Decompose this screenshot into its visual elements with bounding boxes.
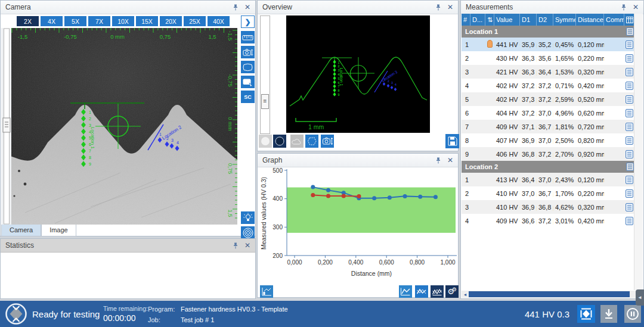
overview-zoom-slider-handle[interactable]: ≡ (261, 94, 269, 109)
close-icon[interactable]: ✕ (447, 157, 453, 164)
magnification-button-25x[interactable]: 25X (184, 16, 206, 26)
close-icon[interactable]: ✕ (244, 4, 250, 11)
cell-d2: 37,0 µm (537, 137, 553, 144)
graph-settings-gear-icon[interactable]: ⚙⚙ (445, 285, 459, 298)
overlay-chart-icon[interactable] (431, 285, 444, 298)
line-chart-icon[interactable] (399, 285, 412, 298)
measurement-row[interactable]: 3410 HV 0.336,9 µm36,8 µm4,62%0,320 mm (462, 200, 635, 214)
cell-symmetry: 1,53% (553, 68, 576, 76)
column-header-distance[interactable]: Distance (576, 14, 604, 26)
camera-zoom-slider-handle[interactable] (3, 118, 10, 132)
tab-camera[interactable]: Camera (1, 225, 41, 236)
overview-canvas[interactable]: 123456789 Location 1 1234 Location 2 1 m… (286, 15, 430, 133)
multi-series-chart-icon[interactable] (415, 285, 428, 298)
column-header-d-[interactable]: D... (470, 14, 485, 26)
measurement-row[interactable]: 2410 HV 0.337,0 µm36,7 µm1,70%0,220 mm (462, 186, 635, 200)
light-bulb-icon[interactable] (241, 211, 255, 224)
close-icon[interactable]: ✕ (447, 4, 453, 11)
overview-zoom-slider[interactable]: ≡ (260, 15, 270, 134)
measure-ruler-button[interactable] (241, 31, 255, 43)
scroll-left-arrow-icon[interactable]: ◄ (462, 292, 469, 297)
cell-d1: 36,3 µm (520, 55, 537, 62)
cell-d1: 36,8 µm (520, 151, 537, 158)
row-note-icon[interactable] (624, 109, 634, 117)
column-header-sort[interactable]: ⇅ (485, 14, 494, 26)
pin-icon[interactable] (233, 4, 239, 11)
pin-icon[interactable] (435, 4, 441, 11)
magnification-button-10x[interactable]: 10X (112, 16, 134, 26)
close-icon[interactable]: ✕ (244, 242, 250, 249)
graph-export-icon[interactable] (260, 285, 273, 298)
magnification-button-2x[interactable]: 2X (17, 16, 39, 26)
column-header-symmetry[interactable]: Symmetry (553, 14, 576, 26)
row-note-icon[interactable] (624, 150, 634, 158)
measurement-row[interactable]: 2430 HV 0.336,3 µm35,6 µm1,65%0,220 mm (462, 51, 635, 65)
pause-button[interactable] (624, 305, 641, 323)
column-header-value[interactable]: Value (494, 14, 520, 26)
cell-d2: 35,6 µm (537, 55, 553, 62)
measurement-row[interactable]: 4402 HV 0.337,2 µm37,2 µm0,71%0,420 mm (462, 79, 635, 92)
svg-text:0,000: 0,000 (287, 259, 302, 266)
column-chooser-icon[interactable] (624, 14, 634, 26)
start-measurement-button[interactable] (577, 305, 595, 323)
row-note-icon[interactable] (624, 176, 634, 184)
save-overview-button[interactable] (445, 134, 459, 148)
measurement-row[interactable]: 7409 HV 0.337,1 µm36,7 µm1,81%0,720 mm (462, 120, 635, 133)
pin-icon[interactable] (233, 242, 239, 249)
row-note-icon[interactable] (624, 217, 634, 225)
tab-image[interactable]: Image (41, 225, 76, 236)
measurement-row[interactable]: 1413 HV 0.336,4 µm37,0 µm2,43%0,120 mm (462, 173, 635, 186)
cell-d1: 37,2 µm (520, 110, 537, 117)
horizontal-scrollbar-thumb[interactable] (469, 291, 630, 297)
column-header-d1[interactable]: D1 (520, 14, 537, 26)
row-note-icon[interactable] (624, 136, 634, 145)
collapse-panel-button[interactable]: ◄ (636, 289, 644, 306)
sc-mode-button[interactable]: SC (241, 91, 255, 103)
cloud-shape-icon[interactable] (290, 135, 304, 148)
row-note-icon[interactable] (624, 95, 634, 104)
column-header--[interactable]: # (462, 14, 470, 26)
row-note-icon[interactable] (624, 203, 634, 211)
magnification-button-15x[interactable]: 15X (136, 16, 158, 26)
row-note-icon[interactable] (624, 123, 634, 131)
measurement-row[interactable]: 5402 HV 0.337,3 µm37,2 µm2,59%0,520 mm (462, 92, 635, 106)
group-header-row[interactable]: Location 2 (462, 161, 635, 173)
cell-value: 404 HV 0.3 (494, 110, 520, 117)
measurement-row[interactable]: 8407 HV 0.336,9 µm37,0 µm2,50%0,820 mm (462, 133, 635, 147)
magnification-button-7x[interactable]: 7X (88, 16, 110, 26)
polygon-region-icon[interactable] (305, 135, 318, 148)
camera-measure-icon[interactable] (321, 135, 334, 148)
vertical-scroll-gutter[interactable] (634, 14, 643, 290)
measurement-row[interactable]: 1441 HV 0.335,9 µm35,2 µm0,45%0,120 mm (462, 38, 635, 51)
cell-index: 5 (462, 96, 470, 103)
pin-icon[interactable] (621, 4, 627, 11)
lower-indenter-button[interactable] (600, 305, 617, 323)
row-note-icon[interactable] (624, 41, 634, 49)
magnification-button-40x[interactable]: 40X (208, 16, 230, 26)
measurement-row[interactable]: 9406 HV 0.336,8 µm37,2 µm2,70%0,920 mm (462, 147, 635, 161)
measurement-row[interactable]: 3421 HV 0.336,3 µm36,4 µm1,53%0,320 mm (462, 65, 635, 79)
group-header-row[interactable]: Location 1 (462, 26, 635, 38)
measurement-row[interactable]: 6404 HV 0.337,2 µm37,0 µm4,96%0,620 mm (462, 106, 635, 120)
column-header-d2[interactable]: D2 (537, 14, 553, 26)
row-note-icon[interactable] (624, 54, 634, 63)
autofocus-rings-icon[interactable] (241, 226, 255, 239)
column-header-comme-[interactable]: Comme. (604, 14, 624, 26)
magnification-button-5x[interactable]: 5X (64, 16, 86, 26)
circle-outline-icon[interactable] (273, 135, 286, 148)
expand-toolbar-button[interactable]: ❯ (241, 15, 255, 28)
camera-view[interactable]: -1,5-0,750 mm0,751,5 -1,5-0,750 mm0,751,… (1, 28, 237, 225)
camera-capture-button[interactable] (241, 46, 255, 58)
magnification-button-4x[interactable]: 4X (41, 16, 63, 26)
close-icon[interactable]: ✕ (633, 4, 639, 11)
magnification-button-20x[interactable]: 20X (160, 16, 182, 26)
indent-shape-button[interactable] (241, 61, 255, 73)
row-note-icon[interactable] (624, 189, 634, 198)
horizontal-scrollbar[interactable]: ◄ (462, 291, 643, 298)
row-note-icon[interactable] (624, 82, 634, 90)
measurement-row[interactable]: 4409 HV 0.336,6 µm37,2 µm3,01%0,420 mm (462, 214, 635, 228)
circle-filled-icon[interactable] (259, 135, 272, 148)
pin-icon[interactable] (435, 157, 441, 164)
row-note-icon[interactable] (624, 68, 634, 76)
snapshot-region-button[interactable] (241, 76, 255, 88)
